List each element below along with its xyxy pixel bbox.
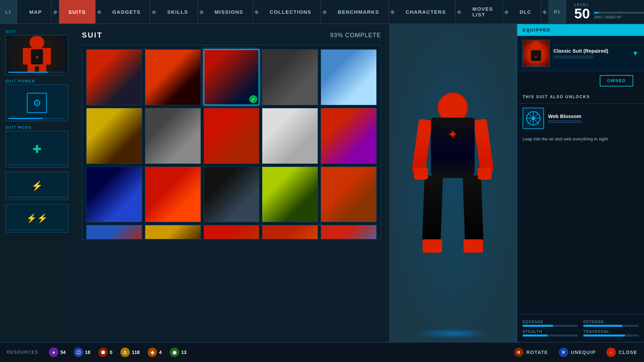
level-box: LEVEL 50 2842 / 25000 XP <box>566 0 644 23</box>
suit-cell-19[interactable] <box>262 225 318 239</box>
unlocks-header: THIS SUIT ALSO UNLOCKS <box>517 90 644 104</box>
rotate-button[interactable]: R ROTATE <box>514 348 548 357</box>
power-section-label: SUIT POWER <box>5 79 68 83</box>
resource-purple-value: 54 <box>60 350 66 355</box>
r-button-icon: R <box>514 348 524 357</box>
mod-slot-2[interactable]: ⚡⚡ <box>5 204 68 233</box>
suit-section-label: SUIT <box>5 29 68 34</box>
nav-sep-6: ◆ <box>321 0 328 23</box>
suit-pattern-17 <box>145 225 201 239</box>
close-button[interactable]: ○ CLOSE <box>606 348 637 357</box>
resource-blue-icon: ⬡ <box>74 348 83 357</box>
suit-cell-4[interactable] <box>262 49 318 105</box>
suit-cell-11[interactable] <box>86 167 142 223</box>
resource-5: ◈ 4 <box>148 348 162 357</box>
suit-cell-5[interactable] <box>321 49 377 105</box>
character-display: ✦ <box>389 24 517 342</box>
nav-suits-label: SUITS <box>68 9 86 15</box>
suit-pattern-11 <box>87 167 142 222</box>
suit-mods-card[interactable]: ✚ <box>5 131 68 168</box>
spidey-arm-left <box>412 119 432 174</box>
eq-bar-1 <box>553 56 594 57</box>
nav-item-moves[interactable]: MOVES LIST <box>463 0 503 23</box>
unlock-bar-2 <box>548 122 582 123</box>
suit-cell-13[interactable] <box>204 167 260 223</box>
nav-characters-label: CHARACTERS <box>406 9 446 15</box>
suit-mods-section: SUIT MODS ✚ <box>5 125 68 168</box>
traversal-label: TRAVERSAL <box>583 329 639 334</box>
stats-grid: DEFENSE OFFENSE STEALTH <box>523 320 639 337</box>
suit-grid-container[interactable]: ✓ <box>82 45 381 239</box>
svg-point-8 <box>531 41 541 51</box>
suit-cell-7[interactable] <box>145 108 201 164</box>
owned-button[interactable]: OWNED <box>600 75 633 86</box>
suit-cell-6[interactable] <box>86 108 142 164</box>
stealth-bar-fill <box>523 335 547 337</box>
nav-sep-2: ◆ <box>96 0 103 23</box>
nav-item-gadgets[interactable]: GADGETS <box>103 0 151 23</box>
nav-l1[interactable]: L1 <box>0 0 17 23</box>
nav-gadgets-label: GADGETS <box>112 9 141 15</box>
spidey-torso: ✦ <box>431 118 475 178</box>
mod-slot-2-icon: ⚡⚡ <box>26 213 48 224</box>
suit-cell-16[interactable] <box>86 225 142 239</box>
suit-cell-9[interactable] <box>262 108 318 164</box>
suit-cell-3[interactable]: ✓ <box>204 49 260 105</box>
suit-cell-20[interactable] <box>321 225 377 239</box>
unlock-icon <box>523 108 544 129</box>
nav-item-suits[interactable]: SUITS <box>59 0 96 23</box>
close-label: CLOSE <box>619 350 637 355</box>
suit-cell-17[interactable] <box>145 225 201 239</box>
suit-grid: ✓ <box>86 49 377 239</box>
nav-item-characters[interactable]: CHARACTERS <box>396 0 455 23</box>
suit-cell-2[interactable] <box>145 49 201 105</box>
svg-rect-3 <box>23 48 29 65</box>
bottom-actions: R ROTATE ✕ UNEQUIP ○ CLOSE <box>514 348 637 357</box>
spidey-body: ✦ <box>406 89 500 277</box>
resource-green-icon: ◉ <box>170 348 179 357</box>
equipped-thumbnail: ✦ <box>523 40 549 67</box>
nav-item-missions[interactable]: MISSIONS <box>205 0 253 23</box>
resource-green-value: 13 <box>181 350 186 355</box>
suit-cell-15[interactable] <box>321 167 377 223</box>
suit-power-card[interactable]: ⚙ <box>5 84 68 121</box>
nav-sep-0 <box>17 0 20 23</box>
suit-cell-10[interactable] <box>321 108 377 164</box>
suit-pattern-15 <box>321 167 376 222</box>
suit-pattern-19 <box>262 225 318 239</box>
suit-cell-14[interactable] <box>262 167 318 223</box>
spider-emblem: ✦ <box>441 124 465 144</box>
nav-item-skills[interactable]: SKILLS <box>158 0 198 23</box>
nav-item-collections[interactable]: COLLECTIONS <box>260 0 321 23</box>
unlocks-header-label: THIS SUIT ALSO UNLOCKS <box>523 95 590 99</box>
spidey-boot-left <box>423 239 442 253</box>
stats-section: DEFENSE OFFENSE STEALTH <box>517 314 644 342</box>
suit-cell-12[interactable] <box>145 167 201 223</box>
nav-item-dlc[interactable]: DLC <box>510 0 541 23</box>
nav-sep-4: ◆ <box>198 0 205 23</box>
right-panel: EQUIPPED ✦ Classic Suit (Repaired) ▼ <box>517 24 644 342</box>
suit-pattern-1 <box>87 50 142 105</box>
resource-purple-icon: ♦ <box>49 348 58 357</box>
unequip-label: UNEQUIP <box>571 350 596 355</box>
suit-preview-image: ✦ <box>6 35 68 75</box>
mod-slot-1[interactable]: ⚡ <box>5 172 68 200</box>
suit-cell-8[interactable] <box>204 108 260 164</box>
unequip-button[interactable]: ✕ UNEQUIP <box>559 348 596 357</box>
mod1-progress-bar <box>8 196 65 198</box>
equipped-info: Classic Suit (Repaired) <box>553 48 628 59</box>
resource-1: ♦ 54 <box>49 348 66 357</box>
rotate-label: ROTATE <box>526 350 548 355</box>
suit-preview-card[interactable]: ✦ <box>5 35 68 75</box>
suit-cell-1[interactable] <box>86 49 142 105</box>
nav-missions-label: MISSIONS <box>215 9 243 15</box>
chevron-down-icon[interactable]: ▼ <box>632 50 639 57</box>
o-button-icon: ○ <box>606 348 616 357</box>
power-icon: ⚙ <box>27 93 47 113</box>
suit-cell-18[interactable] <box>204 225 260 239</box>
nav-item-map[interactable]: MAP <box>20 0 52 23</box>
nav-item-benchmarks[interactable]: BENCHMARKS <box>328 0 389 23</box>
suit-preview-svg: ✦ <box>20 36 54 74</box>
suit-pattern-16 <box>87 225 142 239</box>
nav-r1[interactable]: R1 <box>548 0 566 23</box>
